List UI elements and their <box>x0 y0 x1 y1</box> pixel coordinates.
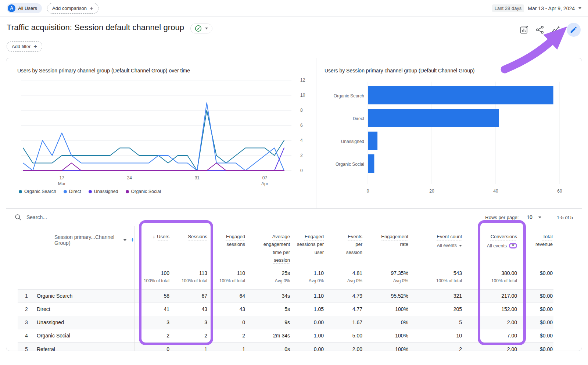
column-header-users[interactable]: ↓Users <box>135 226 170 264</box>
bar-chart-panel: Users by Session primary channel group (… <box>316 58 582 208</box>
rows-per-page-label: Rows per page: <box>485 215 519 220</box>
report-status-selector[interactable] <box>190 24 212 33</box>
bar-direct <box>368 109 499 127</box>
cell-total-revenue: $0.00 <box>518 329 553 342</box>
cell-sessions: 43 <box>170 303 208 316</box>
line-chart-title: Users by Session primary channel group (… <box>17 68 309 74</box>
chevron-down-icon[interactable] <box>459 245 462 247</box>
cell-users: 41 <box>135 303 170 316</box>
cell-engaged-sessions: 64 <box>208 289 246 303</box>
column-header-average-engagement-time-per-session[interactable]: Average engagement time per session <box>246 226 291 264</box>
channel-name: Unassigned <box>35 316 135 329</box>
cell-engagement-rate: 0% <box>363 316 409 329</box>
column-header-total-revenue[interactable]: Total revenue <box>518 226 553 264</box>
search-icon <box>14 214 22 221</box>
totals-cell: 4.81Avg 0% <box>325 264 363 290</box>
cell-engaged-sessions-per-user: 1.00 <box>291 329 325 342</box>
add-filter-button[interactable]: Add filter + <box>7 41 42 52</box>
edit-report-button[interactable] <box>567 23 581 37</box>
row-index: 1 <box>18 289 35 303</box>
event-scope-selector[interactable]: All events <box>463 243 517 248</box>
add-comparison-button[interactable]: Add comparison + <box>47 3 98 14</box>
cell-average-engagement-time-per-session: 2m 34s <box>246 329 291 342</box>
plus-icon: + <box>33 43 37 50</box>
customize-report-icon[interactable] <box>519 25 529 35</box>
totals-cell: 1.10Avg 0% <box>291 264 325 290</box>
add-dimension-icon[interactable]: + <box>130 236 134 244</box>
table-row-unassigned: 3Unassigned3309s0.001.670%52.00$0.00 <box>18 316 553 329</box>
cell-sessions: 2 <box>170 329 208 342</box>
cell-total-revenue: $0.00 <box>518 289 553 303</box>
svg-text:0: 0 <box>367 189 369 194</box>
row-index: 3 <box>18 316 35 329</box>
bar-organic-search <box>368 86 553 104</box>
dimension-header[interactable]: Session primary...Channel Group)+ <box>35 226 135 264</box>
cell-events-per-session: 1.67 <box>325 316 363 329</box>
chevron-down-icon[interactable] <box>512 244 514 246</box>
rows-per-page-value[interactable]: 10 <box>527 214 533 220</box>
legend-dot <box>64 190 67 193</box>
search-input[interactable] <box>26 214 137 220</box>
report-actions <box>519 23 581 37</box>
cell-events-per-session: 2.00 <box>325 342 363 351</box>
share-icon[interactable] <box>535 25 545 35</box>
column-header-engaged-sessions-per-user[interactable]: Engaged sessions per user <box>291 226 325 264</box>
svg-text:Organic Social: Organic Social <box>336 162 364 167</box>
cell-conversions: 7.00 <box>463 329 518 342</box>
svg-text:24: 24 <box>127 175 132 180</box>
audience-chip-all-users[interactable]: A All Users <box>7 3 42 13</box>
svg-text:60: 60 <box>557 189 562 194</box>
cell-engaged-sessions-per-user: 0.00 <box>291 316 325 329</box>
pencil-icon <box>570 26 578 34</box>
row-index: 4 <box>18 329 35 342</box>
table-section: Rows per page: 10 1-5 of 5 Session prima… <box>6 208 582 351</box>
cell-sessions: 1 <box>170 342 208 351</box>
column-header-engaged-sessions[interactable]: Engaged sessions <box>208 226 246 264</box>
cell-engagement-rate: 100% <box>363 329 409 342</box>
bar-organic-social <box>368 154 374 173</box>
page-title: Traffic acquisition: Session default cha… <box>7 23 184 32</box>
svg-text:07: 07 <box>262 175 268 180</box>
totals-cell: 97.35%Avg 0% <box>363 264 409 290</box>
column-header-conversions[interactable]: ConversionsAll events <box>463 226 518 264</box>
totals-cell: 110100% of total <box>208 264 246 290</box>
event-scope-selector[interactable]: All events <box>409 243 462 248</box>
cell-engagement-rate: 100% <box>363 342 409 351</box>
column-header-sessions[interactable]: Sessions <box>170 226 208 264</box>
svg-text:6: 6 <box>300 123 303 128</box>
insights-icon[interactable] <box>551 25 560 35</box>
cell-conversions: 2.00 <box>463 316 518 329</box>
line-series-direct <box>23 103 284 171</box>
pagination-info: 1-5 of 5 <box>557 215 573 220</box>
svg-text:Mar: Mar <box>58 181 66 186</box>
cell-total-revenue: $0.00 <box>518 303 553 316</box>
table-row-organic-social: 4Organic Social2222m 34s1.005.00100%107.… <box>18 329 553 342</box>
cell-average-engagement-time-per-session: 9s <box>246 316 291 329</box>
cell-average-engagement-time-per-session: 5s <box>246 303 291 316</box>
legend-item-direct: Direct <box>64 189 81 194</box>
svg-text:2: 2 <box>300 153 303 158</box>
table-row-referral: 5Referral0110s0.002.00100%22.00$0.00 <box>18 342 553 351</box>
cell-engaged-sessions: 2 <box>208 329 246 342</box>
column-header-event-count[interactable]: Event countAll events <box>409 226 463 264</box>
chevron-down-icon[interactable] <box>538 217 541 218</box>
cell-event-count: 10 <box>409 329 463 342</box>
date-range-selector[interactable]: Last 28 days Mar 13 - Apr 9, 2024 <box>492 0 581 17</box>
row-index: 2 <box>18 303 35 316</box>
totals-cell: $0.00 <box>518 264 553 290</box>
bar-unassigned <box>368 132 377 150</box>
add-comparison-label: Add comparison <box>52 6 87 11</box>
svg-text:40: 40 <box>493 189 498 194</box>
cell-engaged-sessions-per-user: 1.05 <box>291 303 325 316</box>
chevron-down-icon[interactable] <box>123 239 126 241</box>
cell-events-per-session: 4.77 <box>325 303 363 316</box>
date-preset-label: Last 28 days <box>492 4 524 12</box>
svg-text:Direct: Direct <box>353 116 365 121</box>
date-range-value: Mar 13 - Apr 9, 2024 <box>528 6 575 11</box>
cell-events-per-session: 5.00 <box>325 329 363 342</box>
cell-users: 2 <box>135 329 170 342</box>
totals-cell: 113100% of total <box>170 264 208 290</box>
column-header-events-per-session[interactable]: Events per session <box>325 226 363 264</box>
column-header-engagement-rate[interactable]: Engagement rate <box>363 226 409 264</box>
line-series-organic-social <box>23 163 284 171</box>
